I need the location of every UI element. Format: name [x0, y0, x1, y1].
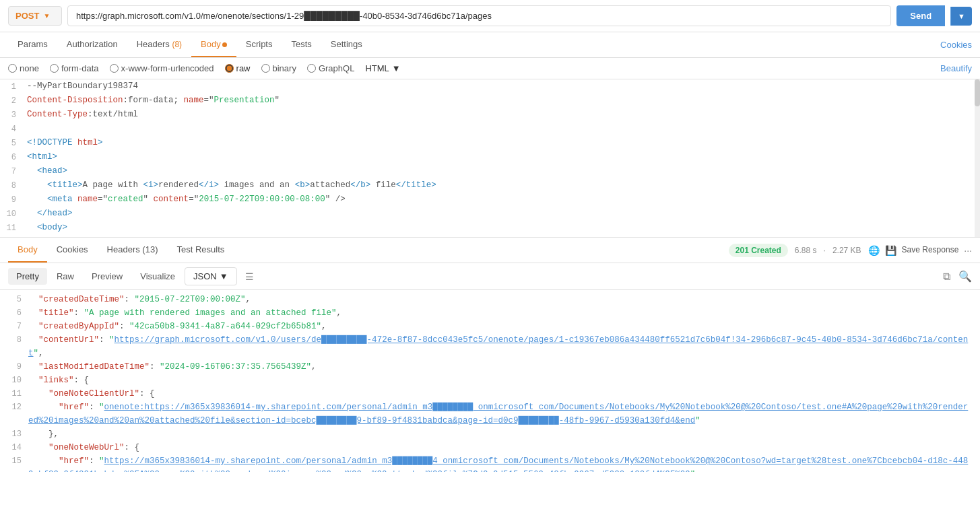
url-input[interactable] — [67, 5, 891, 26]
response-size-val: 2.27 KB — [832, 246, 861, 255]
editor-line-10: 10 </head> — [0, 207, 980, 221]
more-icon[interactable]: ··· — [964, 245, 972, 256]
code-editor: 1 --MyPartBoundary198374 2 Content-Dispo… — [0, 79, 980, 238]
json-line-9: 9 "lastModifiedDateTime": "2024-09-16T06… — [0, 360, 980, 374]
cookies-link[interactable]: Cookies — [940, 40, 972, 50]
save-response-label[interactable]: Save Response — [902, 245, 959, 256]
editor-line-3: 3 Content-Type:text/html — [0, 108, 980, 122]
method-chevron-icon: ▼ — [43, 12, 50, 20]
json-format-chevron-icon: ▼ — [220, 271, 228, 281]
resp-tab-body[interactable]: Body — [8, 238, 47, 263]
editor-lines: 1 --MyPartBoundary198374 2 Content-Dispo… — [0, 79, 980, 238]
json-line-7: 7 "createdByAppId": "42ca50b8-9341-4a87-… — [0, 320, 980, 333]
json-line-11: 11 "oneNoteClientUrl": { — [0, 387, 980, 401]
tab-body[interactable]: Body — [191, 32, 236, 57]
editor-line-8: 8 <title>A page with <i>rendered</i> ima… — [0, 178, 980, 193]
editor-scrollbar[interactable] — [975, 79, 980, 237]
beautify-button[interactable]: Beautify — [940, 63, 972, 73]
headers-badge: (8) — [172, 40, 182, 49]
response-tabs: Body Cookies Headers (13) Test Results 2… — [0, 238, 980, 263]
method-label: POST — [15, 11, 39, 21]
resp-tab-headers[interactable]: Headers (13) — [98, 238, 168, 263]
resp-tab-test-results[interactable]: Test Results — [167, 238, 234, 263]
editor-content[interactable]: 1 --MyPartBoundary198374 2 Content-Dispo… — [0, 79, 980, 238]
json-line-6: 6 "title": "A page with rendered images … — [0, 306, 980, 320]
search-icon[interactable]: 🔍 — [958, 270, 972, 283]
globe-icon[interactable]: 🌐 — [868, 245, 880, 256]
body-options: none form-data x-www-form-urlencoded raw… — [0, 58, 980, 79]
editor-line-9: 9 <meta name="created" content="2015-07-… — [0, 193, 980, 207]
editor-line-1: 1 --MyPartBoundary198374 — [0, 79, 980, 94]
response-icons: 🌐 💾 Save Response ··· — [868, 245, 972, 256]
json-tab-pretty[interactable]: Pretty — [8, 268, 47, 285]
editor-scrollbar-thumb — [975, 79, 980, 106]
json-line-13: 13 }, — [0, 427, 980, 441]
json-response[interactable]: 5 "createdDateTime": "2015-07-22T09:00:0… — [0, 290, 980, 472]
tab-authorization[interactable]: Authorization — [57, 32, 127, 57]
send-dropdown-button[interactable]: ▼ — [950, 7, 972, 26]
response-section: 5 "createdDateTime": "2015-07-22T09:00:0… — [0, 290, 980, 472]
option-none[interactable]: none — [8, 63, 39, 73]
json-line-5: 5 "createdDateTime": "2015-07-22T09:00:0… — [0, 293, 980, 306]
editor-line-6: 6 <html> — [0, 150, 980, 164]
json-format-label: JSON — [193, 271, 217, 281]
response-time: 6.88 s — [795, 246, 817, 255]
format-label: HTML — [365, 63, 389, 73]
method-select[interactable]: POST ▼ — [8, 6, 62, 26]
json-line-10: 10 "links": { — [0, 374, 980, 387]
tab-scripts[interactable]: Scripts — [236, 32, 282, 57]
tab-settings[interactable]: Settings — [321, 32, 372, 57]
json-tab-raw[interactable]: Raw — [48, 268, 82, 285]
body-dot — [222, 42, 227, 47]
option-binary[interactable]: binary — [261, 63, 296, 73]
send-button[interactable]: Send — [896, 5, 945, 26]
json-tab-preview[interactable]: Preview — [84, 268, 131, 285]
json-tab-visualize[interactable]: Visualize — [132, 268, 183, 285]
request-bar: POST ▼ Send ▼ — [0, 0, 980, 32]
tab-headers[interactable]: Headers (8) — [127, 32, 191, 57]
editor-line-2: 2 Content-Disposition:form-data; name="P… — [0, 94, 980, 108]
tab-params[interactable]: Params — [8, 32, 57, 57]
option-raw[interactable]: raw — [225, 63, 251, 73]
request-tabs: Params Authorization Headers (8) Body Sc… — [0, 32, 980, 58]
resp-tab-cookies[interactable]: Cookies — [47, 238, 98, 263]
option-graphql[interactable]: GraphQL — [307, 63, 354, 73]
editor-line-5: 5 <!DOCTYPE html> — [0, 136, 980, 150]
json-format-select[interactable]: JSON ▼ — [185, 267, 237, 285]
copy-icon[interactable]: ⧉ — [943, 271, 950, 283]
format-chevron-icon: ▼ — [392, 63, 401, 73]
tab-tests[interactable]: Tests — [282, 32, 321, 57]
json-format-tabs: Pretty Raw Preview Visualize JSON ▼ ☰ ⧉ … — [0, 263, 980, 290]
status-badge: 201 Created — [729, 244, 788, 257]
option-urlencoded[interactable]: x-www-form-urlencoded — [110, 63, 214, 73]
format-select[interactable]: HTML ▼ — [365, 63, 400, 73]
editor-line-7: 7 <head> — [0, 164, 980, 178]
json-line-14: 14 "oneNoteWebUrl": { — [0, 441, 980, 454]
editor-line-12: 12 <p>Here's an image from an online sou… — [0, 235, 980, 238]
response-size: · — [824, 246, 826, 255]
json-line-15: 15 "href": "https://m365x39836014-my.sha… — [0, 454, 980, 472]
editor-line-11: 11 <body> — [0, 221, 980, 235]
json-line-12: 12 "href": "onenote:https://m365x3983601… — [0, 401, 980, 427]
save-icon[interactable]: 💾 — [885, 245, 896, 256]
editor-line-4: 4 — [0, 122, 980, 136]
option-form-data[interactable]: form-data — [50, 63, 99, 73]
filter-icon[interactable]: ☰ — [245, 271, 254, 282]
json-line-8: 8 "contentUrl": "https://graph.microsoft… — [0, 333, 980, 360]
